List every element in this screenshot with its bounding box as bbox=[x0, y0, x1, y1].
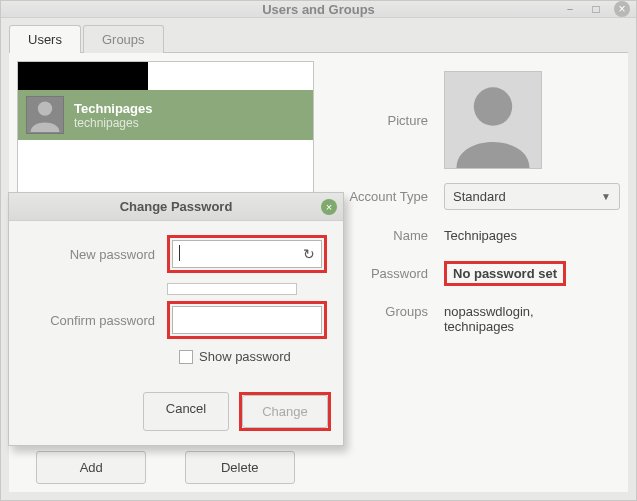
user-display-name: Technipages bbox=[74, 101, 153, 116]
label-account-type: Account Type bbox=[334, 189, 444, 204]
label-confirm-password: Confirm password bbox=[21, 313, 167, 328]
label-password: Password bbox=[334, 266, 444, 281]
tab-groups[interactable]: Groups bbox=[83, 25, 164, 53]
add-user-button[interactable]: Add bbox=[36, 451, 146, 484]
text-caret bbox=[179, 245, 180, 261]
delete-user-button[interactable]: Delete bbox=[185, 451, 295, 484]
window-maximize-button[interactable]: □ bbox=[588, 1, 604, 17]
password-strength-meter bbox=[167, 283, 297, 295]
svg-point-0 bbox=[38, 101, 52, 115]
cancel-button[interactable]: Cancel bbox=[143, 392, 229, 431]
label-picture: Picture bbox=[334, 113, 444, 128]
password-value[interactable]: No password set bbox=[453, 266, 557, 281]
confirm-password-highlight bbox=[167, 301, 327, 339]
user-picture[interactable] bbox=[444, 71, 542, 169]
groups-value[interactable]: nopasswdlogin, technipages bbox=[444, 304, 594, 334]
password-value-highlight: No password set bbox=[444, 261, 566, 286]
window-close-button[interactable]: × bbox=[614, 1, 630, 17]
account-type-select[interactable]: Standard ▼ bbox=[444, 183, 620, 210]
new-password-input[interactable]: ↻ bbox=[172, 240, 322, 268]
user-avatar-icon bbox=[26, 96, 64, 134]
confirm-password-input[interactable] bbox=[172, 306, 322, 334]
name-value[interactable]: Technipages bbox=[444, 228, 517, 243]
user-list-item-redacted[interactable] bbox=[18, 62, 148, 90]
window-minimize-button[interactable]: － bbox=[562, 1, 578, 17]
label-new-password: New password bbox=[21, 247, 167, 262]
label-name: Name bbox=[334, 228, 444, 243]
user-username: technipages bbox=[74, 116, 153, 130]
change-button[interactable]: Change bbox=[242, 395, 328, 428]
window-titlebar: Users and Groups － □ × bbox=[1, 1, 636, 18]
show-password-checkbox[interactable] bbox=[179, 350, 193, 364]
label-groups: Groups bbox=[334, 304, 444, 319]
dialog-title: Change Password bbox=[120, 199, 233, 214]
user-list-item-selected[interactable]: Technipages technipages bbox=[18, 90, 313, 140]
account-type-value: Standard bbox=[453, 189, 506, 204]
change-password-dialog: Change Password × New password ↻ Confirm… bbox=[8, 192, 344, 446]
label-show-password: Show password bbox=[199, 349, 291, 364]
change-button-highlight: Change bbox=[239, 392, 331, 431]
tab-bar: Users Groups bbox=[1, 18, 636, 52]
generate-password-icon[interactable]: ↻ bbox=[303, 246, 315, 262]
dialog-titlebar: Change Password × bbox=[9, 193, 343, 221]
new-password-highlight: ↻ bbox=[167, 235, 327, 273]
window-title: Users and Groups bbox=[262, 2, 375, 17]
tab-users[interactable]: Users bbox=[9, 25, 81, 53]
svg-point-2 bbox=[474, 87, 512, 125]
chevron-down-icon: ▼ bbox=[601, 191, 611, 202]
dialog-close-button[interactable]: × bbox=[321, 199, 337, 215]
